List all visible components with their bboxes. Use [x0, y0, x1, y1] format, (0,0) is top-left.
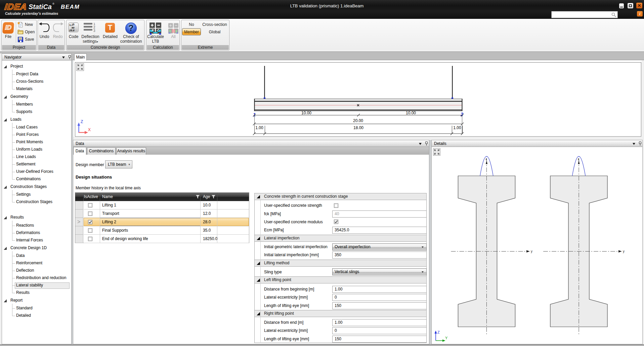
svg-text:z: z [486, 157, 487, 161]
svg-text:1.00: 1.00 [255, 125, 263, 130]
svg-text:X: X [88, 127, 91, 132]
svg-text:Y: Y [445, 336, 448, 340]
svg-text:10.00: 10.00 [406, 111, 416, 115]
svg-text:Z: Z [437, 330, 440, 334]
svg-text:2: 2 [460, 112, 463, 117]
svg-text:y: y [623, 249, 625, 253]
svg-text:20.00: 20.00 [353, 118, 363, 123]
svg-text:3: 3 [93, 29, 95, 33]
svg-text:Z: Z [81, 119, 83, 124]
svg-text:1.00: 1.00 [453, 125, 461, 130]
svg-text:y: y [531, 249, 532, 253]
svg-text:z: z [578, 157, 579, 161]
svg-text:18.00: 18.00 [353, 125, 363, 130]
svg-text:10.00: 10.00 [301, 111, 311, 115]
